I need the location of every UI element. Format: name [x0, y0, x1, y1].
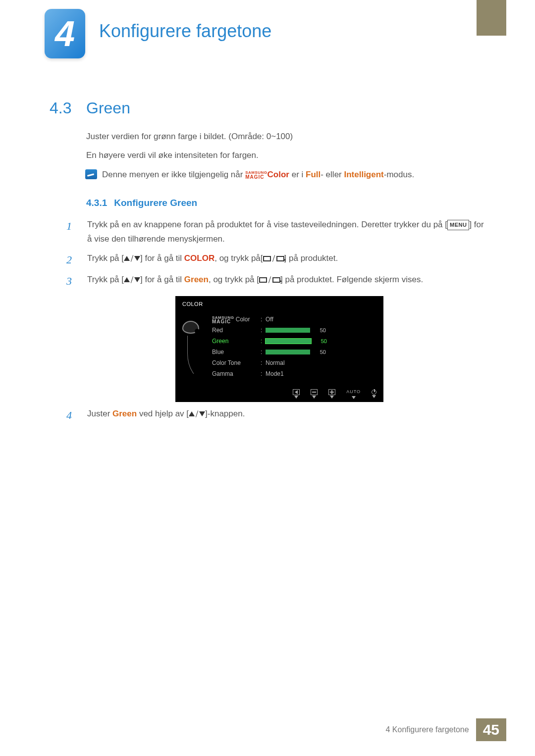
- up-down-icon: [124, 255, 140, 262]
- step-1: 1 Trykk på en av knappene foran på produ…: [66, 218, 485, 247]
- osd-row-gamma: Gamma: Mode1: [212, 368, 376, 379]
- note-text: Denne menyen er ikke tilgjengelig når SA…: [102, 168, 414, 181]
- osd-auto: AUTO: [346, 389, 361, 399]
- osd-bottom-controls: AUTO: [293, 389, 376, 399]
- osd-menu-list: SAMSUNGMAGIC Color : Off Red: 50 Green: …: [212, 314, 376, 379]
- subsection-heading: 4.3.1 Konfigurere Green: [86, 196, 485, 210]
- page-content: 4.3 Green Juster verdien for grønn farge…: [0, 64, 535, 423]
- steps-list-continued: 4 Juster Green ved hjelp av []-knappen.: [66, 407, 485, 423]
- enter-icon: [259, 276, 280, 283]
- osd-minus-icon: [311, 389, 318, 399]
- section-body: Juster verdien for grønn farge i bildet.…: [86, 130, 485, 423]
- section-title: Green: [86, 99, 130, 117]
- intro-paragraph-2: En høyere verdi vil øke intensiteten for…: [86, 149, 485, 162]
- osd-row-blue: Blue: 50: [212, 347, 376, 357]
- up-down-icon: [124, 276, 140, 283]
- osd-back-icon: [293, 389, 300, 399]
- osd-plus-icon: [328, 389, 335, 399]
- note-icon: [85, 169, 97, 179]
- page-header: 4 Konfigurere fargetone: [0, 0, 535, 64]
- step-2: 2 Trykk på [] for å gå til COLOR, og try…: [66, 252, 485, 268]
- osd-row-magic-color: SAMSUNGMAGIC Color : Off: [212, 314, 376, 325]
- step-3: 3 Trykk på [] for å gå til Green, og try…: [66, 273, 485, 289]
- note: Denne menyen er ikke tilgjengelig når SA…: [85, 168, 485, 181]
- subsection-number: 4.3.1: [86, 196, 107, 210]
- osd-row-red: Red: 50: [212, 325, 376, 336]
- enter-icon: [263, 255, 284, 262]
- osd-power-icon: [372, 390, 376, 398]
- osd-row-green: Green: 50: [212, 336, 376, 347]
- page-footer: 4 Konfigurere fargetone 45: [379, 718, 507, 741]
- section-heading: 4.3 Green: [50, 99, 485, 117]
- footer-page-number: 45: [476, 718, 506, 741]
- section-number: 4.3: [50, 99, 72, 117]
- osd-screenshot: COLOR SAMSUNGMAGIC Color : Off Red: 50: [175, 296, 383, 402]
- osd-title: COLOR: [182, 300, 376, 308]
- chapter-number-badge: 4: [45, 9, 85, 58]
- osd-row-color-tone: Color Tone: Normal: [212, 357, 376, 368]
- up-down-icon: [189, 410, 205, 417]
- menu-button-label: MENU: [447, 220, 469, 230]
- subsection-title: Konfigurere Green: [114, 196, 197, 210]
- osd-palette-icon: [182, 314, 205, 379]
- intro-paragraph-1: Juster verdien for grønn farge i bildet.…: [86, 130, 485, 143]
- chapter-title: Konfigurere fargetone: [99, 21, 271, 42]
- steps-list: 1 Trykk på en av knappene foran på produ…: [66, 218, 485, 289]
- step-4: 4 Juster Green ved hjelp av []-knappen.: [66, 407, 485, 423]
- footer-chapter-label: 4 Konfigurere fargetone: [379, 718, 476, 741]
